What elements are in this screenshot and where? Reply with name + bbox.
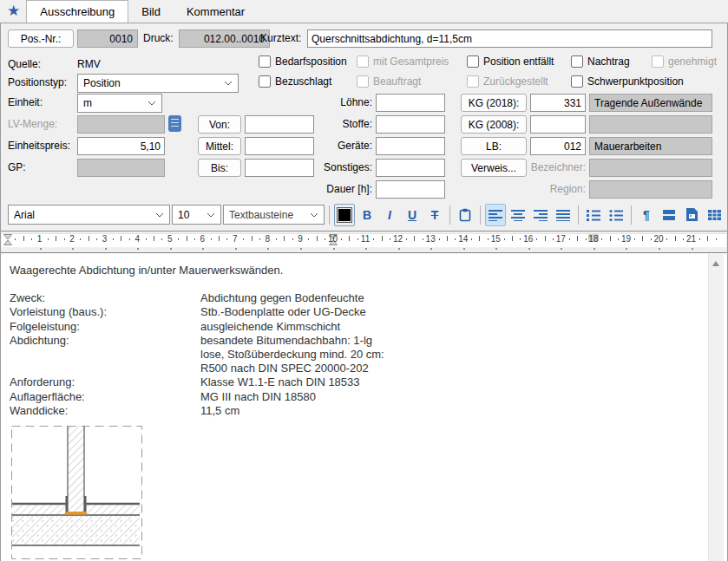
align-center-button[interactable] [508,204,528,226]
checkbox-nachtrag[interactable]: Nachtrag [571,55,630,68]
loehne-input[interactable] [376,94,445,112]
checkbox-label: Beauftragt [373,75,421,88]
seal-layer [66,512,87,515]
font-size-select[interactable]: 10 [172,205,221,225]
justify-button[interactable] [553,204,574,226]
strikethrough-button[interactable]: T [424,204,445,226]
dauer-input[interactable] [376,180,445,199]
checkbox-box[interactable] [259,75,271,88]
checkbox-position-entf-llt[interactable]: Position entfällt [467,55,554,68]
checkbox-schwerpunktposition[interactable]: Schwerpunktposition [571,75,684,88]
ruler-tick [121,236,121,241]
kg2008-button[interactable]: KG (2008): [461,115,527,134]
kurztext-input[interactable] [307,29,712,48]
positionstyp-select[interactable]: Position [77,74,239,93]
bold-button[interactable]: B [357,204,377,226]
ruler-tick [31,238,32,240]
ruler-number: 18 [588,234,598,244]
kg2018-input[interactable] [530,94,586,112]
ruler-number: 8 [266,234,271,244]
checkbox-box[interactable] [571,75,583,88]
geraete-input[interactable] [376,137,445,155]
checkbox-mit-gesamtpreis: mit Gesamtpreis [357,55,449,68]
ruler-number: 2 [69,234,75,244]
ruler-number: 3 [102,234,108,244]
stoffe-input[interactable] [376,115,445,134]
lv-menge-field [77,115,165,134]
underline-button[interactable]: U [402,204,423,226]
sonstiges-label: Sonstiges: [285,161,372,173]
einheitspreis-input[interactable] [77,137,165,155]
kg2008-input[interactable] [530,115,586,134]
lb-button[interactable]: LB: [461,137,527,155]
ruler-indent-marker-left[interactable] [3,234,12,245]
spec-label: Auflagerfläche: [10,390,200,404]
von-button[interactable]: Von: [198,115,241,134]
checkbox-box [652,55,664,68]
ruler[interactable]: 123456789101112131415161718192021 [1,232,727,252]
checkbox-bezuschlagt[interactable]: Bezuschlagt [259,75,331,88]
ruler-number: 21 [686,234,696,244]
chevron-down-icon [148,101,156,106]
ruler-tick [292,238,293,240]
pos-nr-button[interactable]: Pos.-Nr.: [8,29,74,48]
ruler-tick [146,238,147,240]
insert-image-button[interactable] [681,204,702,226]
tab-kommentar[interactable]: Kommentar [174,0,258,23]
line-break-button[interactable] [659,204,679,226]
color-swatch-icon [337,207,352,223]
ruler-tick [610,236,611,241]
font-size-value: 10 [178,209,189,221]
tab-bild[interactable]: Bild [128,0,174,23]
ruler-tick [398,248,400,250]
font-name-select[interactable]: Arial [8,205,170,225]
numbered-list-button[interactable] [583,204,604,226]
editor-scrollbar[interactable] [708,254,724,561]
align-right-button[interactable] [530,204,551,226]
text-editor[interactable]: Waagerechte Abdichtung in/unter Mauerwer… [1,252,727,561]
region-label: Region: [489,183,586,195]
kg2018-button[interactable]: KG (2018): [461,94,527,112]
lv-menge-label: LV-Menge: [8,118,57,130]
ruler-number: 5 [167,234,173,244]
ruler-tick [618,238,619,240]
ruler-tick [642,236,643,241]
ruler-tick [284,236,285,241]
formatting-marks-button[interactable]: ¶ [636,204,657,226]
spec-label: Folgeleistung: [10,320,200,334]
spec-value: 11,5 cm [200,404,239,418]
italic-button[interactable]: I [379,204,400,226]
ruler-tick [187,236,187,241]
calculator-icon[interactable] [168,115,181,132]
tab-ausschreibung[interactable]: Ausschreibung [26,0,128,23]
spec-value: Abdichtung gegen Bodenfeuchte [200,291,364,305]
mittel-button[interactable]: Mittel: [198,137,241,155]
checkbox-box[interactable] [259,55,271,68]
font-color-button[interactable] [334,204,355,226]
checkbox-box[interactable] [467,55,479,68]
insert-table-button[interactable] [704,204,725,226]
spec-row: R500 nach DIN SPEC 20000-202 [10,362,696,375]
cross-section-drawing [8,423,148,561]
ruler-tick [463,248,465,250]
ruler-number: 9 [298,234,303,244]
positionstyp-value: Position [83,77,121,89]
align-left-button[interactable] [485,204,506,226]
spec-row: lose, Stoßüberdeckung mind. 20 cm: [10,348,696,362]
lb-input[interactable] [530,137,586,155]
scroll-up-arrow-icon[interactable] [712,261,719,266]
bis-button[interactable]: Bis: [198,159,241,177]
ruler-tick [373,238,374,240]
ruler-tick [56,236,56,241]
einheit-select[interactable]: m [77,94,162,113]
ruler-tick [683,238,684,240]
pos-nr-value-field: 0010 [77,29,138,48]
textbausteine-select[interactable]: Textbausteine [223,205,325,225]
checkbox-box[interactable] [571,55,583,68]
bullet-list-button[interactable] [606,204,626,226]
checkbox-bedarfsposition[interactable]: Bedarfsposition [259,55,347,68]
sonstiges-input[interactable] [376,159,445,177]
einheit-value: m [83,97,92,109]
ruler-tick [601,238,602,240]
paste-format-button[interactable] [455,204,475,226]
